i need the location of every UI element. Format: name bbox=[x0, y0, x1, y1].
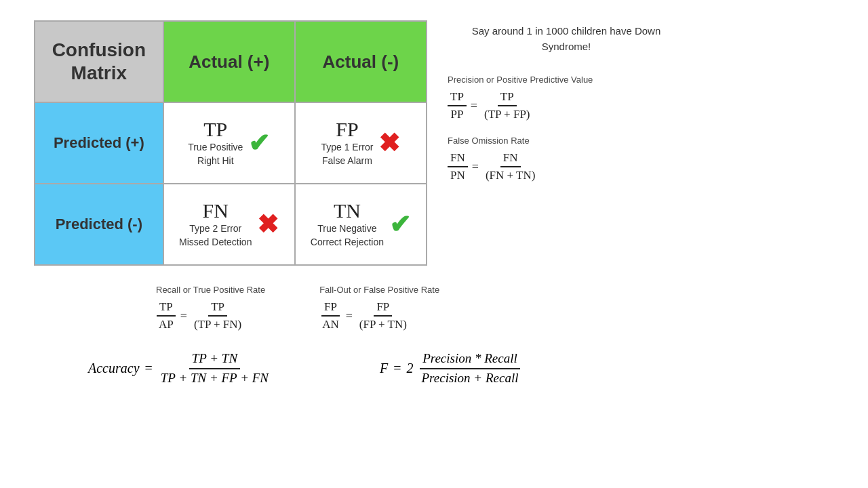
check-icon-tn: ✔ bbox=[389, 211, 411, 237]
recall-formula-row: TP AP = TP (TP + FN) bbox=[156, 300, 265, 332]
recall-lhs-den: AP bbox=[156, 317, 176, 331]
top-section: Confusion Matrix Actual (+) Actual (-) P… bbox=[34, 20, 834, 266]
confusion-matrix-wrapper: Confusion Matrix Actual (+) Actual (-) P… bbox=[34, 20, 427, 266]
precision-equals: = bbox=[471, 99, 477, 113]
tp-text: TP True Positive Right Hit bbox=[188, 118, 243, 167]
actual-neg-header: Actual (-) bbox=[295, 21, 427, 102]
accuracy-label: Accuracy bbox=[88, 361, 140, 376]
recall-formula-block: Recall or True Positive Rate TP AP = TP … bbox=[156, 285, 265, 332]
tp-inner: TP True Positive Right Hit ✔ bbox=[172, 118, 286, 167]
tp-cell: TP True Positive Right Hit ✔ bbox=[163, 102, 295, 184]
recall-rhs-frac: TP (TP + FN) bbox=[191, 300, 244, 332]
fp-text: FP Type 1 Error False Alarm bbox=[321, 118, 373, 167]
main-container: Confusion Matrix Actual (+) Actual (-) P… bbox=[0, 0, 868, 488]
accuracy-equals: = bbox=[145, 361, 153, 376]
precision-formula-row: TP PP = TP (TP + FP) bbox=[448, 90, 685, 122]
actual-pos-header: Actual (+) bbox=[163, 21, 295, 102]
tn-abbr: TN bbox=[334, 199, 361, 222]
f-coeff: 2 bbox=[406, 361, 413, 376]
confusion-matrix-table: Confusion Matrix Actual (+) Actual (-) P… bbox=[34, 20, 427, 266]
fallout-formula-row: FP AN = FP (FP + TN) bbox=[319, 300, 439, 332]
accuracy-formula: Accuracy = TP + TN TP + TN + FP + FN bbox=[88, 351, 271, 386]
bottom-row2: Accuracy = TP + TN TP + TN + FP + FN F =… bbox=[34, 351, 834, 386]
f-num: Precision * Recall bbox=[420, 351, 520, 369]
fn-abbr: FN bbox=[203, 199, 229, 222]
fallout-rhs-num: FP bbox=[374, 300, 392, 317]
for-formula-row: FN PN = FN (FN + TN) bbox=[448, 151, 685, 183]
fn-cell: FN Type 2 Error Missed Detection ✖ bbox=[163, 184, 295, 265]
precision-lhs-den: PP bbox=[448, 106, 466, 121]
tn-inner: TN True Negative Correct Rejection ✔ bbox=[304, 199, 418, 249]
recall-lhs-num: TP bbox=[157, 300, 176, 317]
predicted-neg-header: Predicted (-) bbox=[35, 184, 163, 265]
for-rhs-num: FN bbox=[500, 151, 521, 167]
tp-abbr: TP bbox=[203, 118, 227, 141]
bottom-row1: Recall or True Positive Rate TP AP = TP … bbox=[34, 285, 834, 332]
fp-inner: FP Type 1 Error False Alarm ✖ bbox=[304, 118, 418, 167]
for-lhs-den: PN bbox=[448, 167, 468, 182]
cross-icon-fp: ✖ bbox=[378, 130, 400, 156]
accuracy-num: TP + TN bbox=[189, 351, 240, 369]
side-notes: Say around 1 in 1000 children have Down … bbox=[448, 20, 685, 183]
predicted-pos-header: Predicted (+) bbox=[35, 102, 163, 184]
tn-text: TN True Negative Correct Rejection bbox=[311, 199, 384, 249]
for-equals: = bbox=[472, 160, 479, 174]
fn-text: FN Type 2 Error Missed Detection bbox=[179, 199, 252, 249]
tp-desc: True Positive Right Hit bbox=[188, 141, 243, 167]
for-lhs-num: FN bbox=[448, 151, 468, 167]
cross-icon-fn: ✖ bbox=[257, 211, 279, 237]
precision-formula-block: Precision or Positive Predictive Value T… bbox=[448, 75, 685, 122]
fallout-equals: = bbox=[346, 309, 353, 323]
fp-abbr: FP bbox=[336, 118, 358, 141]
for-formula-block: False Omission Rate FN PN = FN (FN + TN) bbox=[448, 136, 685, 183]
precision-rhs-frac: TP (TP + FP) bbox=[481, 90, 533, 122]
fp-desc: Type 1 Error False Alarm bbox=[321, 141, 373, 167]
tn-desc: True Negative Correct Rejection bbox=[311, 222, 384, 249]
predicted-pos-label: Predicted (+) bbox=[43, 134, 155, 152]
precision-rhs-num: TP bbox=[498, 90, 517, 106]
recall-label: Recall or True Positive Rate bbox=[156, 285, 265, 295]
precision-lhs-frac: TP PP bbox=[448, 90, 467, 122]
fallout-formula-block: Fall-Out or False Positive Rate FP AN = … bbox=[319, 285, 439, 332]
corner-cell: Confusion Matrix bbox=[35, 21, 163, 102]
precision-lhs-num: TP bbox=[448, 90, 467, 106]
fallout-rhs-frac: FP (FP + TN) bbox=[357, 300, 410, 332]
f-formula: F = 2 Precision * Recall Precision + Rec… bbox=[380, 351, 521, 386]
precision-label: Precision or Positive Predictive Value bbox=[448, 75, 685, 85]
recall-equals: = bbox=[180, 309, 187, 323]
fallout-lhs-num: FP bbox=[321, 300, 340, 317]
for-rhs-frac: FN (FN + TN) bbox=[483, 151, 538, 183]
fallout-lhs-frac: FP AN bbox=[319, 300, 342, 332]
actual-pos-label: Actual (+) bbox=[172, 52, 286, 73]
check-icon-tp: ✔ bbox=[248, 130, 270, 156]
f-equals: = bbox=[393, 361, 401, 376]
for-label: False Omission Rate bbox=[448, 136, 685, 146]
fallout-label: Fall-Out or False Positive Rate bbox=[319, 285, 439, 295]
fn-desc: Type 2 Error Missed Detection bbox=[179, 222, 252, 249]
for-rhs-den: (FN + TN) bbox=[483, 167, 538, 182]
fn-inner: FN Type 2 Error Missed Detection ✖ bbox=[172, 199, 286, 249]
f-label: F bbox=[380, 361, 388, 376]
down-syndrome-note: Say around 1 in 1000 children have Down … bbox=[448, 24, 685, 54]
tn-cell: TN True Negative Correct Rejection ✔ bbox=[295, 184, 427, 265]
fp-cell: FP Type 1 Error False Alarm ✖ bbox=[295, 102, 427, 184]
bottom-section: Recall or True Positive Rate TP AP = TP … bbox=[34, 285, 834, 386]
actual-neg-label: Actual (-) bbox=[304, 52, 418, 73]
precision-rhs-den: (TP + FP) bbox=[481, 106, 533, 121]
fallout-rhs-den: (FP + TN) bbox=[357, 317, 410, 331]
predicted-neg-label: Predicted (-) bbox=[43, 216, 155, 233]
for-lhs-frac: FN PN bbox=[448, 151, 468, 183]
f-den: Precision + Recall bbox=[418, 369, 521, 386]
corner-label: Confusion Matrix bbox=[43, 39, 155, 84]
recall-rhs-den: (TP + FN) bbox=[191, 317, 244, 331]
accuracy-den: TP + TN + FP + FN bbox=[158, 369, 271, 386]
accuracy-frac: TP + TN TP + TN + FP + FN bbox=[158, 351, 271, 386]
f-frac: Precision * Recall Precision + Recall bbox=[418, 351, 521, 386]
fallout-lhs-den: AN bbox=[319, 317, 342, 331]
recall-rhs-num: TP bbox=[208, 300, 227, 317]
recall-lhs-frac: TP AP bbox=[156, 300, 176, 332]
